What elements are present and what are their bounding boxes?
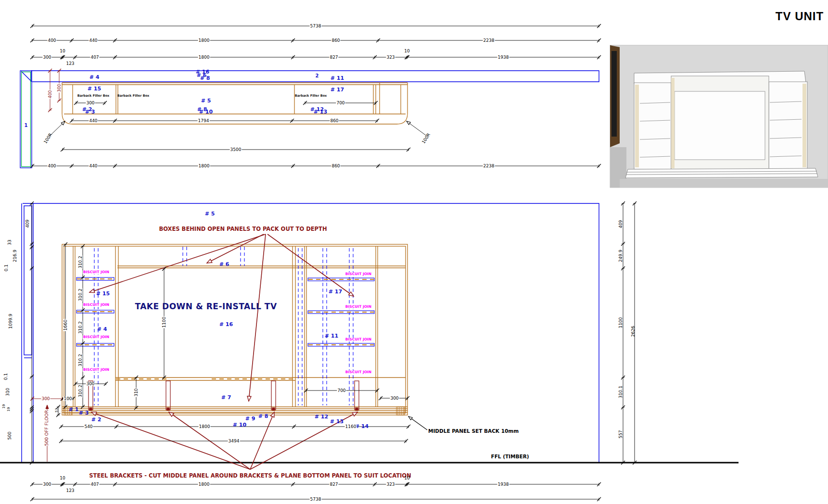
dim-label: 409 <box>25 219 30 227</box>
dim-label: 540 <box>84 425 93 429</box>
dim-label: 700 <box>336 101 345 105</box>
dim-label: 2626 <box>631 326 636 337</box>
sheet-title: TV UNIT <box>776 11 824 22</box>
dim-label: 10 <box>404 49 409 53</box>
dim-label: 19 <box>7 407 11 412</box>
dim-label: 440 <box>89 164 98 168</box>
part-number-label: # 13 <box>330 419 344 424</box>
dim-label: 100 <box>63 397 72 401</box>
dim-label: 33 <box>8 239 12 245</box>
part-number-label: # 13 <box>314 109 327 114</box>
dim-label: 310.2 <box>78 353 83 367</box>
part-number-label: # 1 <box>69 407 79 412</box>
dim-label: 1099.9 <box>9 314 13 329</box>
dim-label: 1100 <box>162 316 166 328</box>
callout-label: FFL (TIMBER) <box>491 454 529 459</box>
part-number-label: # 11 <box>331 76 344 81</box>
dim-label: 300 <box>42 482 51 487</box>
callout-label: MIDDLE PANEL SET BACK 10mm <box>428 428 519 434</box>
dim-label: 440 <box>89 119 98 123</box>
dim-label: 310 <box>6 388 10 396</box>
dim-label: 10 <box>404 476 409 480</box>
part-number-label: # 12 <box>315 414 328 419</box>
dim-label: 1938 <box>497 55 510 60</box>
part-number-label: # 9 <box>245 416 255 421</box>
dim-label: 123 <box>66 62 74 66</box>
barback-filler-box-label: Barback Filler Box <box>295 94 327 98</box>
dim-label-red: 300 <box>57 83 62 92</box>
dim-label: 10 <box>60 49 65 53</box>
dim-label: 1100 <box>619 317 623 328</box>
dim-label: 1160 <box>345 425 357 429</box>
dim-label: 5738 <box>310 24 322 28</box>
dim-label: 409 <box>619 220 623 228</box>
dim-label: 860 <box>330 119 339 123</box>
dim-label: 323 <box>386 482 395 487</box>
part-number-label: 2 <box>316 74 319 78</box>
dim-label: 827 <box>329 482 338 487</box>
part-number-label: # 10 <box>199 109 213 114</box>
part-number-label: # 8 <box>200 76 210 81</box>
dim-label: 3500 <box>230 148 242 152</box>
dim-label: 3494 <box>228 439 240 443</box>
dim-label: 1800 <box>198 164 210 168</box>
dim-label: 827 <box>329 55 338 60</box>
dim-label: 300 <box>390 396 399 401</box>
biscuit-join-label: BISCUIT JOIN <box>83 270 110 274</box>
dim-label: 216.9 <box>13 250 17 262</box>
dim-label: 310.2 <box>78 321 83 334</box>
dim-label: 300 <box>86 382 95 386</box>
dim-label: 310.2 <box>78 384 83 398</box>
part-number-label: # 4 <box>97 327 107 332</box>
part-number-label: # 7 <box>221 395 231 400</box>
part-number-label: # 3 <box>85 109 95 114</box>
barback-filler-box-label: Barback Filler Box <box>117 94 150 98</box>
annotation-note: BOXES BEHIND OPEN PANELS TO PACK OUT TO … <box>159 227 327 232</box>
dim-label: 2238 <box>483 38 495 43</box>
biscuit-join-label: BISCUIT JOIN <box>345 272 372 276</box>
biscuit-join-label: BISCUIT JOIN <box>345 305 372 309</box>
dim-label: 407 <box>90 482 99 487</box>
dim-label: 1800 <box>198 482 210 487</box>
dim-label: 100R <box>43 133 53 145</box>
dim-label: 310.2 <box>78 288 83 302</box>
part-number-label: # 15 <box>88 86 101 91</box>
dim-label: 400 <box>47 38 56 43</box>
dim-label: 300 <box>42 55 51 60</box>
dim-label: 249.9 <box>619 250 623 262</box>
dim-label-red: 300 <box>41 397 50 401</box>
dim-label: 310 <box>134 388 139 397</box>
biscuit-join-label: BISCUIT JOIN <box>83 303 110 307</box>
part-number-label: # 14 <box>355 424 369 429</box>
dim-label: 10 <box>60 476 65 480</box>
biscuit-join-label: BISCUIT JOIN <box>83 335 110 339</box>
dim-label: 407 <box>90 55 99 60</box>
dim-label: 1938 <box>497 482 510 487</box>
part-number-label: # 2 <box>91 417 102 422</box>
part-number-label: # 16 <box>219 322 233 327</box>
annotation-note: STEEL BRACKETS - CUT MIDDLE PANEL AROUND… <box>89 473 411 479</box>
part-number-label: # 17 <box>331 87 344 92</box>
dim-label: 310.2 <box>78 255 83 269</box>
dim-label: 500 <box>8 431 12 440</box>
dim-label: 557 <box>619 430 623 438</box>
off-floor-note: 500 OFF FLOOR <box>44 410 49 446</box>
part-number-label: # 3 <box>79 410 89 416</box>
dim-label: 310.1 <box>619 386 623 398</box>
dim-label: 860 <box>331 38 340 43</box>
dim-label-red: 400 <box>48 89 52 99</box>
dim-label: 19 <box>2 404 6 409</box>
biscuit-join-label: BISCUIT JOIN <box>345 370 372 374</box>
dim-label: 1800 <box>199 425 211 429</box>
dim-label: 700 <box>337 389 346 393</box>
part-number-label: # 10 <box>233 422 246 428</box>
dim-label: 2238 <box>483 164 495 168</box>
dim-label: 300 <box>86 101 95 105</box>
part-number-label: # 11 <box>325 333 338 339</box>
part-number-label: 1 <box>25 123 28 128</box>
biscuit-join-label: BISCUIT JOIN <box>345 338 372 341</box>
dim-label: 323 <box>386 55 395 60</box>
dim-label: 1800 <box>198 38 210 43</box>
dim-label: 1660 <box>64 319 68 331</box>
tv-instruction-note: TAKE DOWN & RE-INSTALL TV <box>135 302 277 311</box>
